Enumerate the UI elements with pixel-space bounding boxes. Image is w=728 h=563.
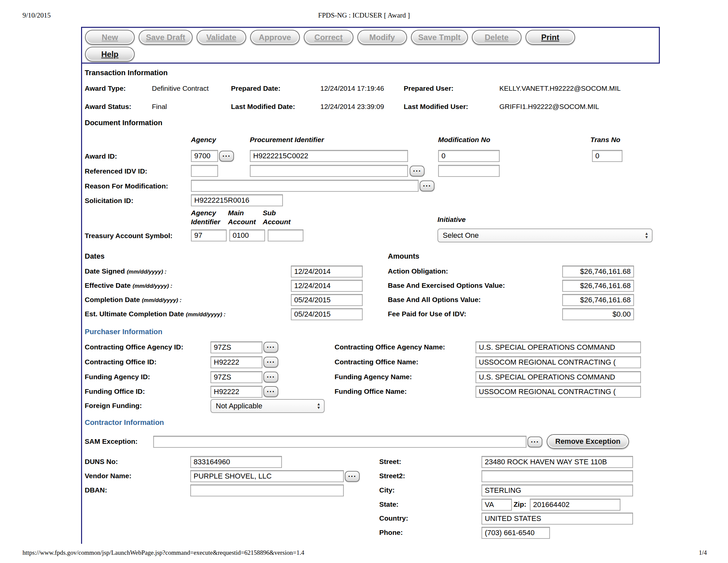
- tas-sub-account-input[interactable]: [268, 229, 303, 241]
- contracting-office-id-input[interactable]: [210, 356, 262, 368]
- contracting-office-agency-id-ellipsis-button[interactable]: ···: [263, 342, 278, 353]
- effective-date-input[interactable]: [291, 280, 363, 292]
- prepared-user-value: KELLY.VANETT.H92222@SOCOM.MIL: [499, 84, 621, 92]
- referenced-idv-modification-input[interactable]: [438, 165, 500, 177]
- contracting-office-agency-id-input[interactable]: [210, 342, 262, 353]
- vendor-name-label: Vendor Name:: [85, 472, 131, 480]
- dban-label: DBAN:: [85, 486, 107, 494]
- solicitation-id-input[interactable]: [191, 194, 283, 206]
- transaction-information-heading: Transaction Information: [85, 69, 168, 77]
- modify-button: Modify: [357, 30, 407, 45]
- referenced-idv-piid-input[interactable]: [250, 165, 408, 177]
- dban-input[interactable]: [190, 485, 344, 496]
- funding-agency-id-label: Funding Agency ID:: [85, 373, 150, 381]
- remove-exception-button[interactable]: Remove Exception: [547, 434, 629, 449]
- funding-office-id-label: Funding Office ID:: [85, 388, 145, 396]
- tas-column-sub-account: SubAccount: [263, 208, 291, 226]
- completion-date-input[interactable]: [291, 294, 363, 306]
- validate-button: Validate: [197, 30, 246, 45]
- initiative-select[interactable]: Select One ▲▼: [437, 228, 653, 242]
- state-label: State:: [379, 500, 398, 508]
- page-title: FPDS-NG : ICDUSER [ Award ]: [0, 11, 728, 20]
- base-and-all-options-label: Base And All Options Value:: [388, 296, 481, 304]
- base-and-exercised-options-input[interactable]: [562, 280, 634, 292]
- spinner-down-icon: ▼: [645, 235, 649, 239]
- referenced-idv-id-label: Referenced IDV ID:: [85, 167, 147, 175]
- zip-input[interactable]: [530, 499, 620, 511]
- document-information-heading: Document Information: [85, 118, 162, 127]
- city-label: City:: [379, 486, 395, 494]
- city-input[interactable]: [481, 485, 633, 496]
- award-id-piid-input[interactable]: [250, 150, 408, 162]
- treasury-account-symbol-label: Treasury Account Symbol:: [85, 232, 172, 240]
- foreign-funding-select[interactable]: Not Applicable ▲▼: [210, 399, 325, 413]
- purchaser-information-heading: Purchaser Information: [85, 328, 162, 336]
- sam-exception-ellipsis-button[interactable]: ···: [527, 437, 542, 447]
- phone-input[interactable]: [481, 527, 550, 539]
- est-ultimate-completion-date-label: Est. Ultimate Completion Date (mm/dd/yyy…: [85, 310, 226, 318]
- reason-for-modification-label: Reason For Modification:: [85, 182, 168, 190]
- funding-office-id-ellipsis-button[interactable]: ···: [263, 386, 278, 397]
- tas-main-account-input[interactable]: [229, 229, 265, 241]
- zip-label: Zip:: [514, 500, 526, 508]
- award-id-trans-input[interactable]: [592, 150, 622, 162]
- est-ultimate-completion-date-input[interactable]: [291, 308, 363, 320]
- tas-column-main-account: MainAccount: [228, 208, 256, 226]
- contracting-office-agency-name-input[interactable]: [476, 342, 641, 353]
- funding-office-id-input[interactable]: [210, 386, 262, 398]
- select-arrows-icon: ▲▼: [645, 232, 649, 239]
- save-tmplt-button: Save Tmplt: [411, 30, 468, 45]
- new-button: New: [85, 30, 135, 45]
- save-draft-button: Save Draft: [139, 30, 193, 45]
- action-obligation-input[interactable]: [562, 265, 634, 277]
- award-id-agency-ellipsis-button[interactable]: ···: [219, 151, 234, 162]
- award-id-agency-input[interactable]: [191, 150, 218, 162]
- reason-for-modification-input[interactable]: [191, 180, 419, 192]
- duns-no-input[interactable]: [190, 456, 282, 468]
- date-signed-label: Date Signed (mm/dd/yyyy) :: [85, 267, 166, 275]
- form-left-border: [81, 63, 82, 544]
- select-arrows-icon: ▲▼: [317, 402, 321, 410]
- award-id-label: Award ID:: [85, 152, 117, 160]
- reason-for-modification-ellipsis-button[interactable]: ···: [420, 180, 434, 191]
- award-id-modification-input[interactable]: [438, 150, 500, 162]
- duns-no-label: DUNS No:: [85, 458, 118, 466]
- funding-office-name-input[interactable]: [476, 386, 641, 398]
- state-input[interactable]: [481, 499, 512, 511]
- sam-exception-input[interactable]: [153, 436, 526, 448]
- amounts-heading: Amounts: [388, 252, 419, 260]
- sam-exception-label: SAM Exception:: [85, 438, 138, 446]
- contracting-office-name-label: Contracting Office Name:: [335, 358, 418, 366]
- funding-agency-name-input[interactable]: [476, 371, 641, 383]
- print-footer-page-number: 1/4: [699, 549, 707, 556]
- column-header-modification-no: Modification No: [438, 135, 490, 144]
- country-input[interactable]: [481, 513, 633, 525]
- last-modified-date-value: 12/24/2014 23:39:09: [320, 103, 384, 111]
- fpds-award-page: 9/10/2015 FPDS-NG : ICDUSER [ Award ] Ne…: [0, 0, 728, 563]
- approve-button: Approve: [250, 30, 300, 45]
- vendor-name-ellipsis-button[interactable]: ···: [345, 471, 360, 482]
- tas-agency-identifier-input[interactable]: [191, 229, 227, 241]
- column-header-agency: Agency: [191, 135, 216, 144]
- date-signed-input[interactable]: [291, 265, 363, 277]
- referenced-idv-ellipsis-button[interactable]: ···: [410, 165, 425, 176]
- vendor-name-input[interactable]: [190, 470, 344, 482]
- foreign-funding-label: Foreign Funding:: [85, 402, 142, 410]
- correct-button: Correct: [304, 30, 353, 45]
- dates-heading: Dates: [85, 252, 105, 260]
- contracting-office-name-input[interactable]: [476, 356, 641, 368]
- funding-agency-id-ellipsis-button[interactable]: ···: [263, 372, 278, 383]
- column-header-trans-no: Trans No: [590, 135, 620, 144]
- help-button[interactable]: Help: [85, 47, 135, 62]
- funding-office-name-label: Funding Office Name:: [335, 388, 407, 396]
- base-and-all-options-input[interactable]: [562, 294, 634, 306]
- contracting-office-id-ellipsis-button[interactable]: ···: [263, 357, 278, 368]
- print-button[interactable]: Print: [525, 30, 575, 45]
- street2-input[interactable]: [481, 470, 633, 482]
- fee-paid-idv-input[interactable]: [562, 308, 634, 320]
- fee-paid-idv-label: Fee Paid for Use of IDV:: [388, 310, 466, 318]
- street2-label: Street2:: [379, 472, 405, 480]
- referenced-idv-agency-input[interactable]: [191, 165, 218, 177]
- funding-agency-id-input[interactable]: [210, 371, 262, 383]
- street-input[interactable]: [481, 456, 633, 468]
